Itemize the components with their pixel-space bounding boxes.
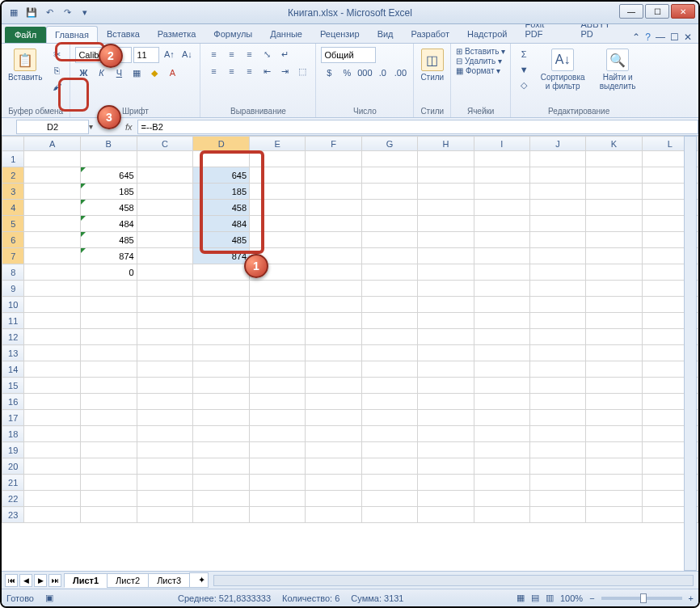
cell-G12[interactable] bbox=[361, 329, 417, 345]
cell-C4[interactable] bbox=[137, 200, 192, 216]
cell-C20[interactable] bbox=[137, 458, 192, 475]
col-header-G[interactable]: G bbox=[361, 137, 417, 151]
cell-J6[interactable] bbox=[529, 232, 585, 248]
align-left-icon[interactable]: ≡ bbox=[205, 64, 221, 78]
zoom-slider[interactable] bbox=[601, 597, 682, 600]
row-header-21[interactable]: 21 bbox=[2, 475, 24, 491]
cell-D10[interactable] bbox=[193, 297, 250, 313]
cell-C5[interactable] bbox=[137, 216, 192, 232]
merge-icon[interactable]: ⬚ bbox=[294, 64, 310, 78]
cell-D21[interactable] bbox=[193, 475, 250, 491]
sheet-tab-1[interactable]: Лист1 bbox=[64, 573, 108, 588]
cell-J3[interactable] bbox=[529, 184, 585, 200]
cell-C8[interactable] bbox=[137, 264, 192, 281]
cell-C21[interactable] bbox=[137, 475, 192, 491]
cell-B11[interactable] bbox=[80, 313, 137, 329]
cell-I14[interactable] bbox=[474, 361, 529, 378]
cell-C17[interactable] bbox=[137, 410, 192, 426]
cell-H19[interactable] bbox=[418, 442, 474, 458]
cell-K21[interactable] bbox=[586, 475, 642, 491]
paste-button[interactable]: 📋 Вставить bbox=[6, 47, 44, 83]
cell-G17[interactable] bbox=[361, 410, 417, 426]
cell-C23[interactable] bbox=[137, 507, 192, 523]
copy-icon[interactable]: ⎘ bbox=[48, 63, 65, 78]
cell-A3[interactable] bbox=[24, 184, 80, 200]
cell-B2[interactable]: 645 bbox=[80, 167, 137, 184]
cell-G13[interactable] bbox=[361, 345, 417, 361]
cell-C6[interactable] bbox=[137, 232, 192, 248]
minimize-button[interactable]: — bbox=[619, 4, 643, 19]
minimize-ribbon-icon[interactable]: ⌃ bbox=[632, 32, 640, 43]
sheet-tab-2[interactable]: Лист2 bbox=[107, 573, 149, 588]
col-header-E[interactable]: E bbox=[250, 137, 306, 151]
cell-E17[interactable] bbox=[250, 410, 306, 426]
help-icon[interactable]: ? bbox=[645, 32, 651, 43]
row-header-8[interactable]: 8 bbox=[2, 264, 24, 281]
cell-E22[interactable] bbox=[250, 491, 306, 507]
cell-A6[interactable] bbox=[24, 232, 80, 248]
cell-E11[interactable] bbox=[250, 313, 306, 329]
cell-A7[interactable] bbox=[24, 248, 80, 264]
cell-A1[interactable] bbox=[24, 151, 80, 167]
fill-icon[interactable]: ▼ bbox=[516, 62, 532, 77]
cell-I12[interactable] bbox=[474, 329, 529, 345]
cell-F17[interactable] bbox=[306, 410, 361, 426]
cell-J2[interactable] bbox=[529, 167, 585, 184]
cell-D7[interactable]: 874 bbox=[193, 248, 250, 264]
cell-A4[interactable] bbox=[24, 200, 80, 216]
cell-G22[interactable] bbox=[361, 491, 417, 507]
maximize-button[interactable]: ☐ bbox=[645, 4, 669, 19]
cell-K11[interactable] bbox=[586, 313, 642, 329]
view-normal-icon[interactable]: ▦ bbox=[517, 593, 525, 603]
cell-I4[interactable] bbox=[474, 200, 529, 216]
tab-home[interactable]: Главная bbox=[46, 26, 98, 43]
cell-H3[interactable] bbox=[418, 184, 474, 200]
col-header-C[interactable]: C bbox=[137, 137, 192, 151]
cell-C12[interactable] bbox=[137, 329, 192, 345]
cell-H5[interactable] bbox=[418, 216, 474, 232]
find-select-button[interactable]: 🔍 Найти и выделить bbox=[593, 47, 642, 92]
cell-J12[interactable] bbox=[529, 329, 585, 345]
cell-E23[interactable] bbox=[250, 507, 306, 523]
col-header-I[interactable]: I bbox=[474, 137, 529, 151]
cell-J9[interactable] bbox=[529, 281, 585, 297]
number-format-input[interactable] bbox=[321, 47, 376, 63]
cell-H4[interactable] bbox=[418, 200, 474, 216]
cell-J10[interactable] bbox=[529, 297, 585, 313]
qat-more-icon[interactable]: ▾ bbox=[78, 6, 92, 20]
cell-F3[interactable] bbox=[306, 184, 361, 200]
row-header-17[interactable]: 17 bbox=[2, 410, 24, 426]
fill-color-icon[interactable]: ◆ bbox=[146, 65, 162, 80]
row-header-15[interactable]: 15 bbox=[2, 378, 24, 394]
col-header-H[interactable]: H bbox=[418, 137, 474, 151]
cell-I13[interactable] bbox=[474, 345, 529, 361]
cell-H7[interactable] bbox=[418, 248, 474, 264]
vertical-scrollbar[interactable] bbox=[684, 136, 697, 571]
doc-min-icon[interactable]: — bbox=[656, 32, 665, 43]
cell-G19[interactable] bbox=[361, 442, 417, 458]
zoom-level[interactable]: 100% bbox=[560, 593, 583, 603]
cell-D11[interactable] bbox=[193, 313, 250, 329]
cell-F11[interactable] bbox=[306, 313, 361, 329]
row-header-20[interactable]: 20 bbox=[2, 458, 24, 475]
horizontal-scrollbar[interactable] bbox=[213, 575, 694, 586]
cell-F21[interactable] bbox=[306, 475, 361, 491]
cell-J1[interactable] bbox=[529, 151, 585, 167]
cell-D19[interactable] bbox=[193, 442, 250, 458]
cell-I21[interactable] bbox=[474, 475, 529, 491]
cell-F4[interactable] bbox=[306, 200, 361, 216]
align-top-icon[interactable]: ≡ bbox=[205, 47, 221, 61]
cell-I10[interactable] bbox=[474, 297, 529, 313]
cell-I6[interactable] bbox=[474, 232, 529, 248]
cell-F23[interactable] bbox=[306, 507, 361, 523]
cell-B15[interactable] bbox=[80, 378, 137, 394]
cell-D22[interactable] bbox=[193, 491, 250, 507]
cell-B7[interactable]: 874 bbox=[80, 248, 137, 264]
cell-D15[interactable] bbox=[193, 378, 250, 394]
cell-A21[interactable] bbox=[24, 475, 80, 491]
cell-F12[interactable] bbox=[306, 329, 361, 345]
cell-I17[interactable] bbox=[474, 410, 529, 426]
cell-B12[interactable] bbox=[80, 329, 137, 345]
italic-icon[interactable]: К bbox=[93, 65, 109, 80]
cell-E14[interactable] bbox=[250, 361, 306, 378]
